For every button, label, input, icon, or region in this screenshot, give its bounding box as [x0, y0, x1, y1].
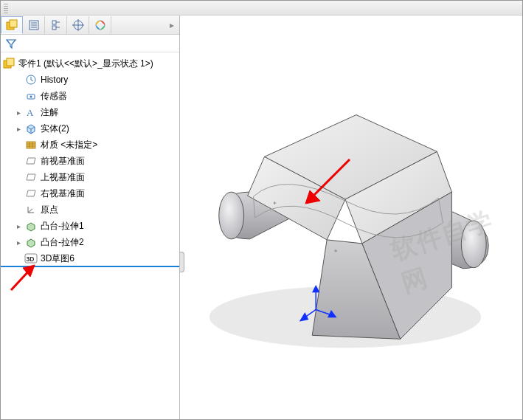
tree-item-solids[interactable]: ▸ 实体(2) [1, 120, 179, 137]
tree-label: 实体(2) [41, 123, 69, 135]
title-bar [1, 1, 522, 16]
svg-rect-6 [52, 21, 56, 24]
material-icon [24, 138, 38, 151]
svg-rect-7 [52, 26, 56, 30]
tree-item-origin[interactable]: ▸ 原点 [1, 202, 179, 218]
svg-rect-20 [27, 142, 35, 148]
plane-icon [24, 154, 38, 168]
origin-icon [24, 203, 38, 216]
tree-item-right-plane[interactable]: ▸ 右视基准面 [1, 185, 179, 202]
svg-rect-15 [7, 58, 14, 66]
grip-icon [4, 3, 8, 13]
tab-config-manager[interactable] [45, 16, 67, 34]
annotation-icon: A [24, 106, 38, 119]
tree-label: 材质 <未指定> [41, 139, 97, 151]
filter-icon[interactable] [5, 38, 17, 49]
panel-splitter[interactable] [180, 252, 184, 272]
tree-label: 传感器 [41, 90, 67, 103]
property-icon [28, 19, 40, 31]
tree-label: 原点 [41, 204, 58, 216]
feature-tree[interactable]: 零件1 (默认<<默认>_显示状态 1>) ▸ History ▸ 传感器 ▸ [1, 52, 179, 419]
history-icon [24, 73, 38, 86]
plane-icon [24, 171, 38, 184]
expand-icon[interactable]: ▸ [14, 238, 23, 247]
tree-label: 3D草图6 [41, 252, 75, 265]
tree-label: 凸台-拉伸1 [41, 220, 84, 233]
tree-label: History [41, 75, 68, 85]
solid-icon [24, 122, 38, 135]
config-icon [50, 19, 62, 31]
tree-item-extrude2[interactable]: ▸ 凸台-拉伸2 [1, 234, 179, 250]
tree-item-front-plane[interactable]: ▸ 前视基准面 [1, 153, 179, 169]
sensor-icon [24, 89, 38, 103]
tree-item-sensors[interactable]: ▸ 传感器 [1, 88, 179, 104]
tree-root[interactable]: 零件1 (默认<<默认>_显示状态 1>) [1, 55, 179, 72]
tree-label: 右视基准面 [41, 187, 85, 200]
tree-item-top-plane[interactable]: ▸ 上视基准面 [1, 169, 179, 185]
annotation-arrow-icon [5, 259, 42, 296]
svg-point-18 [30, 96, 32, 98]
target-icon [72, 19, 84, 31]
tree-item-annotations[interactable]: ▸ A 注解 [1, 104, 179, 120]
annotation-arrow-icon [298, 152, 357, 211]
expand-icon[interactable]: ▸ [14, 221, 23, 230]
svg-text:A: A [27, 107, 34, 118]
graphics-viewport[interactable]: 软件自学网 [180, 16, 522, 419]
plane-icon [24, 187, 38, 200]
expand-icon[interactable]: ▸ [14, 124, 23, 133]
tree-label: 上视基准面 [41, 171, 85, 184]
part-icon [2, 57, 15, 70]
svg-point-29 [461, 221, 486, 268]
part-icon [5, 18, 18, 32]
extrude-icon [24, 235, 38, 249]
tree-item-extrude1[interactable]: ▸ 凸台-拉伸1 [1, 218, 179, 234]
tree-item-history[interactable]: ▸ History [1, 72, 179, 88]
svg-point-28 [219, 192, 244, 239]
svg-rect-1 [10, 20, 17, 27]
tab-display-manager[interactable] [89, 16, 111, 34]
tab-feature-manager[interactable] [1, 16, 23, 34]
expand-icon[interactable]: ▸ [14, 108, 23, 117]
appearance-icon [94, 19, 106, 31]
feature-tree-panel: ▸ 零件1 (默认<<默认>_显示状态 1>) ▸ History [1, 16, 180, 419]
tree-label: 注解 [41, 106, 58, 119]
tree-label: 凸台-拉伸2 [41, 236, 84, 249]
svg-line-38 [311, 159, 350, 198]
tabs-overflow-right[interactable]: ▸ [164, 20, 179, 30]
tree-label: 零件1 (默认<<默认>_显示状态 1>) [18, 58, 153, 70]
tree-item-material[interactable]: ▸ 材质 <未指定> [1, 137, 179, 153]
tree-label: 前视基准面 [41, 155, 85, 168]
tab-dimxpert[interactable] [67, 16, 89, 34]
model-view [180, 16, 522, 419]
filter-bar [1, 35, 179, 52]
tab-property-manager[interactable] [23, 16, 45, 34]
manager-tabs: ▸ [1, 16, 179, 35]
extrude-icon [24, 219, 38, 233]
